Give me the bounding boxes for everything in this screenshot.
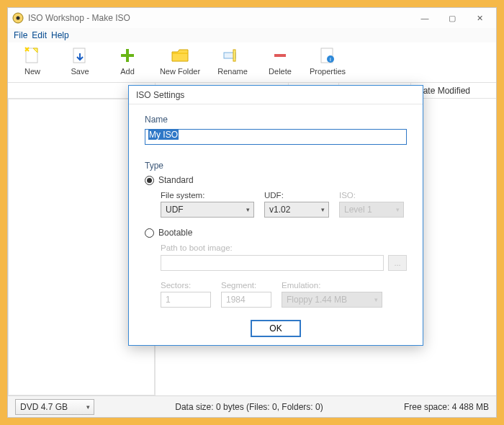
minimize-button[interactable]: — xyxy=(411,8,438,28)
menu-edit[interactable]: Edit xyxy=(32,30,47,40)
toolbar: New Save Add New Folder Rename Delete i … xyxy=(8,42,496,83)
name-section-label: Name xyxy=(145,115,407,125)
emulation-select: Floppy 1.44 MB xyxy=(282,292,382,308)
properties-button[interactable]: i Properties xyxy=(310,45,345,76)
svg-rect-8 xyxy=(233,50,235,61)
folder-icon xyxy=(170,45,190,66)
bootable-radio-label: Bootable xyxy=(158,228,192,238)
properties-icon: i xyxy=(318,45,338,66)
new-button[interactable]: New xyxy=(15,45,50,76)
save-label: Save xyxy=(71,67,89,76)
add-label: Add xyxy=(120,67,135,76)
filesystem-label: File system: xyxy=(161,191,254,200)
titlebar: ISO Workshop - Make ISO — ▢ ✕ xyxy=(8,8,496,28)
statusbar: DVD 4.7 GB Data size: 0 bytes (Files: 0,… xyxy=(8,395,496,417)
menu-help[interactable]: Help xyxy=(51,30,69,40)
emulation-label: Emulation: xyxy=(282,281,382,290)
new-file-icon xyxy=(22,45,42,66)
iso-select: Level 1 xyxy=(339,202,404,218)
segment-label: Segment: xyxy=(221,281,271,290)
radio-checked-icon xyxy=(145,176,154,185)
iso-settings-dialog: ISO Settings Name My ISO Type Standard F… xyxy=(128,85,423,346)
app-icon xyxy=(12,12,24,24)
radio-unchecked-icon xyxy=(145,228,154,238)
svg-point-1 xyxy=(17,17,20,20)
boot-browse-button: ... xyxy=(388,255,407,271)
delete-label: Delete xyxy=(269,67,292,76)
status-freespace: Free space: 4 488 MB xyxy=(404,402,489,412)
rename-label: Rename xyxy=(217,67,248,76)
sectors-input: 1 xyxy=(161,292,211,308)
rename-icon xyxy=(222,45,243,66)
standard-radio-label: Standard xyxy=(158,175,194,185)
iso-name-input[interactable]: My ISO xyxy=(145,129,407,145)
boot-path-input xyxy=(161,255,384,271)
boot-path-label: Path to boot image: xyxy=(161,243,407,252)
udf-label: UDF: xyxy=(264,191,329,200)
maximize-button[interactable]: ▢ xyxy=(438,8,466,28)
save-button[interactable]: Save xyxy=(63,45,97,76)
status-datasize: Data size: 0 bytes (Files: 0, Folders: 0… xyxy=(94,402,404,412)
iso-label: ISO: xyxy=(339,191,404,200)
standard-radio[interactable]: Standard xyxy=(145,175,407,185)
dialog-title: ISO Settings xyxy=(129,86,423,104)
svg-rect-9 xyxy=(274,54,286,57)
window-title: ISO Workshop - Make ISO xyxy=(28,13,411,23)
sectors-label: Sectors: xyxy=(161,281,211,290)
menubar: File Edit Help xyxy=(8,28,496,42)
new-label: New xyxy=(24,67,40,76)
svg-text:i: i xyxy=(330,56,331,63)
menu-file[interactable]: File xyxy=(14,30,27,40)
close-button[interactable]: ✕ xyxy=(466,8,493,28)
delete-button[interactable]: Delete xyxy=(263,45,297,76)
disc-size-select[interactable]: DVD 4.7 GB xyxy=(15,399,94,415)
plus-icon xyxy=(117,45,138,66)
segment-input: 1984 xyxy=(221,292,271,308)
bootable-radio[interactable]: Bootable xyxy=(145,228,407,238)
save-icon xyxy=(70,45,90,66)
new-folder-label: New Folder xyxy=(160,67,200,76)
svg-rect-6 xyxy=(121,54,134,57)
new-folder-button[interactable]: New Folder xyxy=(158,45,202,76)
minus-icon xyxy=(270,45,290,66)
properties-label: Properties xyxy=(310,67,346,76)
add-button[interactable]: Add xyxy=(110,45,145,76)
type-section-label: Type xyxy=(145,161,407,171)
filesystem-select[interactable]: UDF xyxy=(161,202,254,218)
rename-button[interactable]: Rename xyxy=(215,45,250,76)
udf-select[interactable]: v1.02 xyxy=(264,202,329,218)
ok-button[interactable]: OK xyxy=(251,320,301,337)
